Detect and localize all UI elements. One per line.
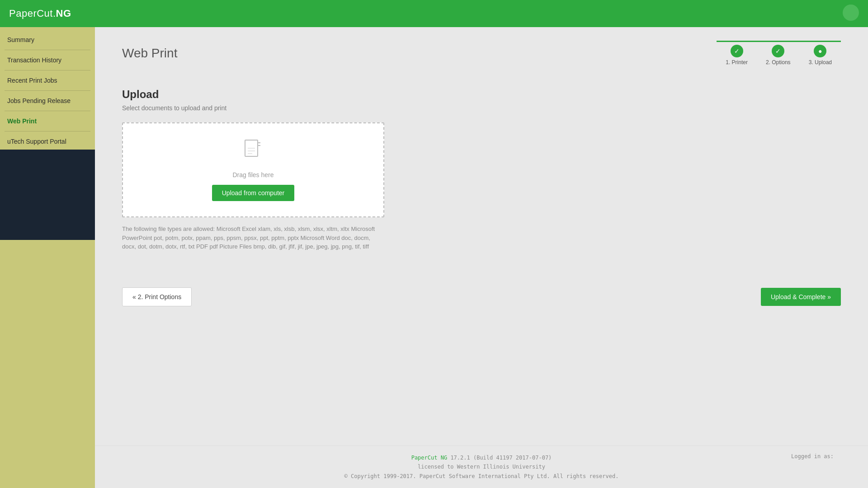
- stepper-label-upload: 3. Upload: [809, 59, 832, 66]
- sidebar-divider: [5, 70, 90, 70]
- stepper-step-printer: ✓1. Printer: [717, 41, 757, 66]
- sidebar: SummaryTransaction HistoryRecent Print J…: [0, 27, 95, 488]
- page-title: Web Print: [122, 46, 177, 61]
- sidebar-item-jobs-pending-release[interactable]: Jobs Pending Release: [0, 93, 95, 109]
- sidebar-divider: [5, 50, 90, 50]
- upload-subtext: Select documents to upload and print: [122, 104, 841, 112]
- stepper-step-upload: ●3. Upload: [800, 41, 841, 66]
- logo-text: PaperCut: [9, 8, 53, 19]
- sidebar-divider: [5, 111, 90, 111]
- file-types-text: The following file types are allowed: Mi…: [122, 225, 384, 251]
- footer-logged-in: Logged in as:: [791, 453, 834, 460]
- sidebar-item-label-summary: Summary: [7, 36, 88, 43]
- stepper-circle-printer: ✓: [731, 45, 743, 57]
- sidebar-item-label-web-print: Web Print: [7, 117, 88, 125]
- sidebar-item-label-transaction-history: Transaction History: [7, 56, 88, 64]
- footer-license: licensed to Western Illinois University: [344, 462, 619, 471]
- page-title-row: Web Print ✓1. Printer✓2. Options●3. Uplo…: [122, 41, 841, 66]
- sidebar-item-label-recent-print-jobs: Recent Print Jobs: [7, 77, 88, 84]
- sidebar-item-utech-support-portal[interactable]: uTech Support Portal: [0, 133, 95, 150]
- sidebar-bottom: [0, 150, 95, 240]
- footer-copyright: © Copyright 1999-2017. PaperCut Software…: [344, 472, 619, 481]
- layout: SummaryTransaction HistoryRecent Print J…: [0, 27, 868, 488]
- sidebar-item-label-utech-support-portal: uTech Support Portal: [7, 138, 88, 145]
- sidebar-item-web-print[interactable]: Web Print: [0, 113, 95, 129]
- footer-row: PaperCut NG 17.2.1 (Build 41197 2017-07-…: [102, 453, 861, 481]
- stepper-step-options: ✓2. Options: [757, 41, 800, 66]
- stepper: ✓1. Printer✓2. Options●3. Upload: [717, 41, 841, 66]
- dropzone-container: Drag files here Upload from computer The…: [122, 122, 841, 251]
- logo-suffix: .: [53, 8, 56, 19]
- topbar-right: [843, 5, 859, 23]
- dropzone[interactable]: Drag files here Upload from computer: [122, 122, 384, 217]
- sidebar-divider: [5, 90, 90, 91]
- sidebar-item-summary[interactable]: Summary: [0, 32, 95, 48]
- sidebar-item-transaction-history[interactable]: Transaction History: [0, 52, 95, 68]
- upload-from-computer-button[interactable]: Upload from computer: [212, 185, 295, 201]
- stepper-label-printer: 1. Printer: [726, 59, 748, 66]
- dropzone-text: Drag files here: [232, 171, 274, 178]
- file-icon: [244, 139, 262, 165]
- footer-brand: PaperCut NG: [411, 455, 447, 461]
- upload-heading: Upload: [122, 88, 841, 101]
- sidebar-item-label-jobs-pending-release: Jobs Pending Release: [7, 97, 88, 104]
- upload-complete-button[interactable]: Upload & Complete »: [761, 288, 841, 306]
- stepper-circle-upload: ●: [814, 45, 826, 57]
- logo: PaperCut.NG: [9, 8, 71, 19]
- sidebar-item-recent-print-jobs[interactable]: Recent Print Jobs: [0, 72, 95, 89]
- footer-version: PaperCut NG 17.2.1 (Build 41197 2017-07-…: [344, 453, 619, 462]
- page-footer: PaperCut NG 17.2.1 (Build 41197 2017-07-…: [95, 446, 868, 488]
- topbar: PaperCut.NG: [0, 0, 868, 27]
- footer-text: PaperCut NG 17.2.1 (Build 41197 2017-07-…: [344, 453, 619, 481]
- footer-buttons: « 2. Print Options Upload & Complete »: [122, 287, 841, 315]
- stepper-circle-options: ✓: [772, 45, 784, 57]
- main-content: Web Print ✓1. Printer✓2. Options●3. Uplo…: [95, 27, 868, 488]
- footer-version-num: 17.2.1 (Build 41197 2017-07-07): [450, 455, 552, 461]
- user-avatar[interactable]: [843, 5, 859, 21]
- logo-ng: NG: [56, 8, 71, 19]
- sidebar-divider: [5, 131, 90, 131]
- stepper-label-options: 2. Options: [766, 59, 791, 66]
- back-button[interactable]: « 2. Print Options: [122, 287, 192, 306]
- upload-section: Upload Select documents to upload and pr…: [122, 79, 841, 260]
